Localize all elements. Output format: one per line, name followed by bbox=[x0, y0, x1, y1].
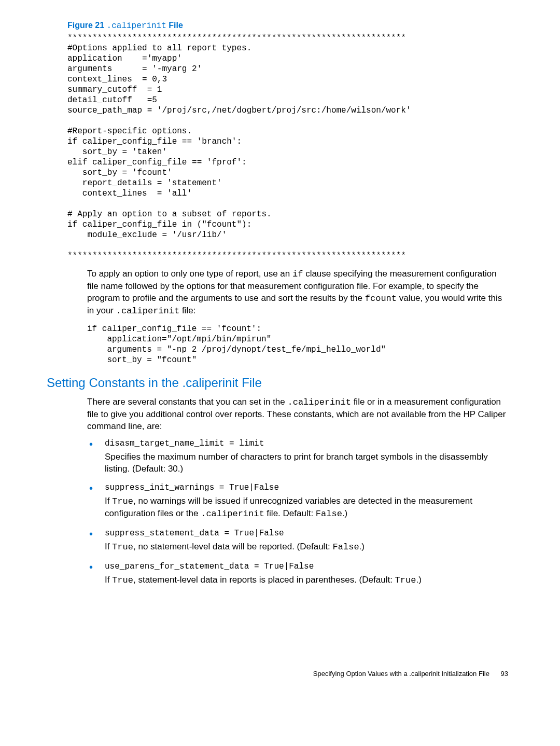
bullet-description: If True, statement-level data in reports… bbox=[105, 574, 508, 587]
bullet-description: If True, no statement-level data will be… bbox=[105, 541, 508, 554]
code-block-1: ****************************************… bbox=[67, 33, 508, 261]
bullet-item: suppress_statement_data = True|FalseIf T… bbox=[87, 529, 508, 554]
bullet-code: disasm_target_name_limit = limit bbox=[105, 439, 508, 448]
bullet-code: use_parens_for_statement_data = True|Fal… bbox=[105, 562, 508, 571]
paragraph-2: There are several constants that you can… bbox=[87, 396, 508, 433]
page-footer: Specifying Option Values with a .caliper… bbox=[67, 670, 508, 678]
code-block-2: if caliper_config_file == 'fcount': appl… bbox=[87, 324, 508, 365]
bullet-item: suppress_init_warnings = True|FalseIf Tr… bbox=[87, 483, 508, 520]
bullet-list: disasm_target_name_limit = limitSpecifie… bbox=[87, 439, 508, 587]
footer-text: Specifying Option Values with a .caliper… bbox=[313, 670, 489, 678]
figure-label: Figure 21 .caliperinit File bbox=[67, 21, 508, 31]
bullet-item: use_parens_for_statement_data = True|Fal… bbox=[87, 562, 508, 587]
bullet-description: If True, no warnings will be issued if u… bbox=[105, 495, 508, 520]
document-page: Figure 21 .caliperinit File ************… bbox=[0, 0, 560, 698]
figure-code: .caliperinit bbox=[107, 21, 166, 31]
bullet-code: suppress_statement_data = True|False bbox=[105, 529, 508, 538]
bullet-item: disasm_target_name_limit = limitSpecifie… bbox=[87, 439, 508, 475]
figure-suffix: File bbox=[169, 21, 183, 30]
section-heading: Setting Constants in the .caliperinit Fi… bbox=[47, 376, 508, 390]
bullet-description: Specifies the maximum number of characte… bbox=[105, 451, 508, 475]
paragraph-1: To apply an option to only one type of r… bbox=[87, 268, 508, 317]
footer-page-number: 93 bbox=[501, 670, 508, 678]
figure-prefix: Figure 21 bbox=[67, 21, 104, 30]
bullet-code: suppress_init_warnings = True|False bbox=[105, 483, 508, 492]
